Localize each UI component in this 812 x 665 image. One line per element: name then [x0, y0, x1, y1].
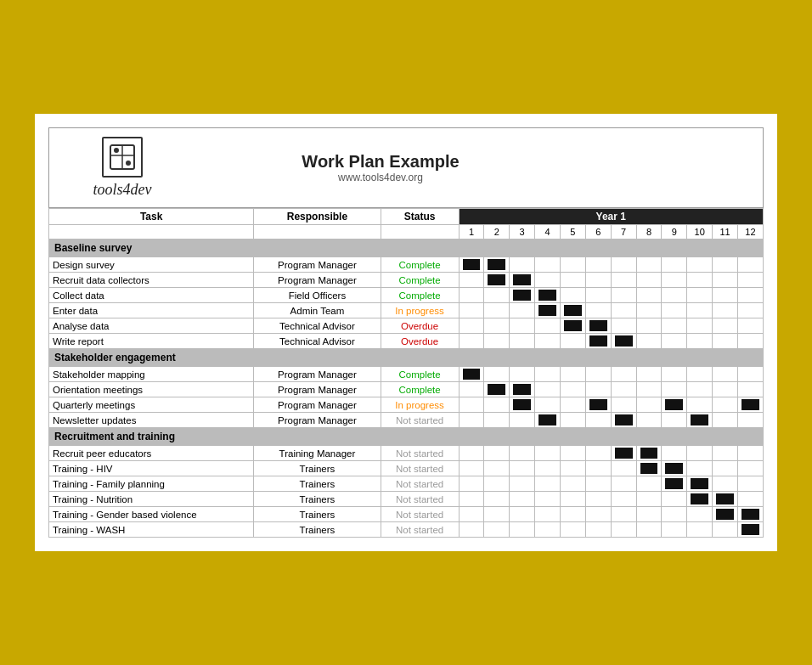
responsible-name: Program Manager: [254, 273, 381, 288]
gantt-cell-0-6: [611, 257, 636, 273]
gantt-block: [716, 493, 734, 504]
gantt-cell-0-0: [459, 446, 484, 461]
gantt-block: [513, 399, 531, 410]
task-name: Newsletter updates: [49, 413, 254, 428]
gantt-block: [742, 509, 759, 520]
gantt-cell-3-8: [662, 413, 687, 428]
document-title: Work Plan Example: [182, 152, 579, 172]
gantt-cell-0-10: [713, 257, 738, 273]
gantt-cell-3-0: [459, 303, 484, 318]
gantt-cell-1-6: [611, 382, 636, 397]
gantt-cell-0-2: [510, 446, 535, 461]
gantt-cell-3-5: [585, 303, 611, 318]
gantt-cell-0-0: [459, 257, 484, 273]
table-row: Quarterly meetings Program Manager In pr…: [49, 397, 764, 413]
responsible-name: Program Manager: [254, 413, 381, 428]
gantt-cell-2-6: [611, 476, 636, 492]
svg-point-3: [114, 148, 119, 153]
table-row: Training - Family planning Trainers Not …: [49, 476, 764, 492]
gantt-cell-0-3: [535, 257, 561, 273]
gantt-cell-3-3: [535, 303, 561, 318]
gantt-cell-5-2: [510, 334, 535, 349]
gantt-cell-1-9: [687, 273, 713, 288]
month-10: 10: [687, 225, 713, 240]
blank-task: [49, 225, 254, 240]
gantt-block: [589, 335, 607, 347]
gantt-cell-5-3: [535, 522, 561, 538]
gantt-cell-0-8: [662, 257, 687, 273]
gantt-cell-1-2: [510, 382, 535, 397]
gantt-cell-3-4: [560, 413, 585, 428]
table-row: Collect data Field Officers Complete: [49, 288, 764, 303]
gantt-cell-0-4: [560, 367, 585, 382]
gantt-cell-1-3: [535, 273, 561, 288]
gantt-cell-1-0: [459, 273, 484, 288]
gantt-cell-3-7: [636, 492, 662, 507]
gantt-cell-0-11: [737, 367, 763, 382]
gantt-block: [665, 463, 683, 474]
gantt-cell-2-5: [585, 476, 611, 492]
gantt-cell-0-9: [687, 367, 713, 382]
gantt-cell-3-10: [713, 492, 738, 507]
gantt-cell-3-11: [737, 413, 763, 428]
task-name: Write report: [49, 334, 254, 349]
gantt-cell-3-6: [611, 492, 636, 507]
status-badge: In progress: [381, 303, 459, 318]
logo-text: tools4dev: [93, 181, 152, 199]
gantt-cell-0-9: [687, 446, 713, 461]
gantt-cell-5-9: [687, 522, 713, 538]
status-badge: Complete: [381, 367, 459, 382]
gantt-cell-5-7: [636, 522, 662, 538]
gantt-cell-3-10: [713, 303, 738, 318]
task-name: Training - Nutrition: [49, 492, 254, 507]
gantt-cell-4-3: [535, 507, 561, 522]
gantt-cell-1-11: [737, 273, 763, 288]
section-label: Baseline survey: [49, 240, 764, 257]
header: tools4dev Work Plan Example www.tools4de…: [48, 127, 764, 208]
gantt-cell-1-1: [484, 461, 510, 476]
gantt-block: [488, 384, 505, 395]
gantt-cell-2-2: [510, 397, 535, 413]
gantt-cell-4-9: [687, 318, 713, 334]
col-header-status: Status: [381, 209, 459, 225]
gantt-cell-4-5: [585, 318, 611, 334]
gantt-cell-0-5: [585, 446, 611, 461]
gantt-cell-3-0: [459, 413, 484, 428]
logo-area: tools4dev: [63, 137, 182, 199]
gantt-cell-1-5: [585, 461, 611, 476]
gantt-cell-4-11: [737, 507, 763, 522]
gantt-block: [665, 399, 683, 410]
gantt-cell-2-9: [687, 397, 713, 413]
gantt-cell-3-2: [510, 492, 535, 507]
gantt-cell-0-8: [662, 446, 687, 461]
status-badge: Complete: [381, 382, 459, 397]
gantt-block: [488, 259, 505, 270]
gantt-cell-0-4: [560, 257, 585, 273]
responsible-name: Program Manager: [254, 397, 381, 413]
gantt-cell-2-7: [636, 476, 662, 492]
col-header-task: Task: [49, 209, 254, 225]
gantt-cell-0-11: [737, 257, 763, 273]
gantt-cell-5-10: [713, 522, 738, 538]
month-5: 5: [560, 225, 585, 240]
gantt-cell-1-5: [585, 382, 611, 397]
gantt-cell-2-1: [484, 397, 510, 413]
table-row: Analyse data Technical Advisor Overdue: [49, 318, 764, 334]
responsible-name: Technical Advisor: [254, 318, 381, 334]
gantt-block: [665, 478, 683, 489]
gantt-cell-1-0: [459, 382, 484, 397]
section-0: Baseline survey: [49, 240, 764, 257]
gantt-cell-0-6: [611, 446, 636, 461]
gantt-cell-0-1: [484, 257, 510, 273]
gantt-cell-3-6: [611, 303, 636, 318]
gantt-cell-5-5: [585, 522, 611, 538]
gantt-block: [589, 399, 607, 410]
status-badge: Not started: [381, 413, 459, 428]
gantt-cell-2-9: [687, 476, 713, 492]
gantt-cell-1-11: [737, 461, 763, 476]
table-row: Stakeholder mapping Program Manager Comp…: [49, 367, 764, 382]
gantt-block: [488, 274, 505, 285]
gantt-block: [513, 384, 531, 395]
gantt-cell-1-7: [636, 461, 662, 476]
gantt-block: [691, 493, 708, 504]
